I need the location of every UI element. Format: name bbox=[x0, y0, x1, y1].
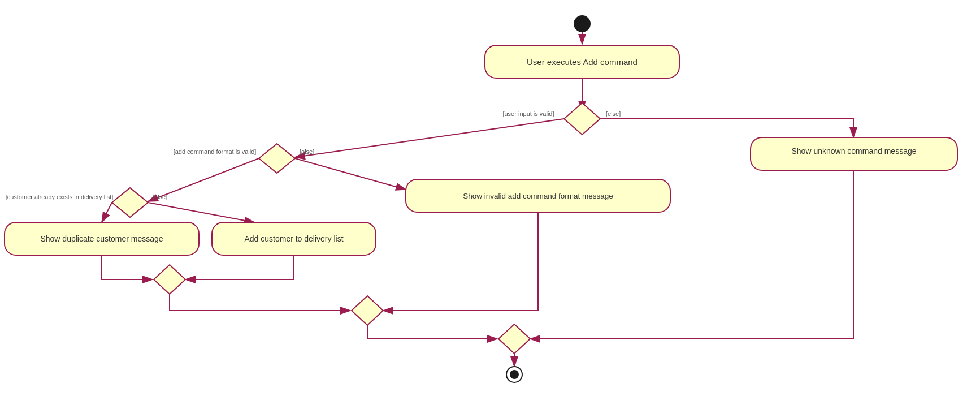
add-customer-label: Add customer to delivery list bbox=[244, 234, 343, 243]
merge2-node bbox=[352, 296, 383, 325]
guard-else-invalid: [else] bbox=[300, 148, 314, 155]
arrow-valid-to-unknown bbox=[600, 119, 853, 137]
guard-else-add: [else] bbox=[153, 193, 167, 200]
decision-valid-node bbox=[564, 103, 600, 135]
show-duplicate-label: Show duplicate customer message bbox=[40, 234, 163, 243]
arrow-duplicate-to-add bbox=[148, 203, 254, 222]
start-node bbox=[574, 16, 590, 32]
merge3-node bbox=[498, 324, 530, 354]
arrow-add-to-merge1 bbox=[185, 255, 294, 279]
arrow-merge2-to-merge3 bbox=[367, 325, 497, 339]
decision-duplicate-node bbox=[112, 188, 148, 217]
decision-format-node bbox=[259, 144, 295, 173]
end-node-inner bbox=[510, 370, 519, 379]
show-unknown-label: Show unknown command message bbox=[791, 147, 916, 156]
arrow-duplicate-to-merge1 bbox=[102, 255, 153, 279]
arrow-duplicate-to-show bbox=[102, 203, 112, 222]
guard-user-input-valid: [user input is valid] bbox=[502, 110, 554, 117]
guard-else-unknown: [else] bbox=[606, 110, 621, 117]
guard-customer-exists: [customer already exists in delivery lis… bbox=[6, 193, 114, 200]
arrow-format-to-invalid bbox=[295, 158, 406, 190]
guard-format-valid: [add command format is valid] bbox=[174, 148, 257, 155]
arrow-merge1-to-merge2 bbox=[170, 294, 350, 311]
arrow-valid-to-format bbox=[295, 119, 564, 157]
user-executes-label: User executes Add command bbox=[527, 57, 638, 67]
arrow-invalid-to-merge2 bbox=[383, 212, 538, 311]
show-invalid-label: Show invalid add command format message bbox=[463, 192, 613, 200]
merge1-node bbox=[154, 265, 185, 294]
